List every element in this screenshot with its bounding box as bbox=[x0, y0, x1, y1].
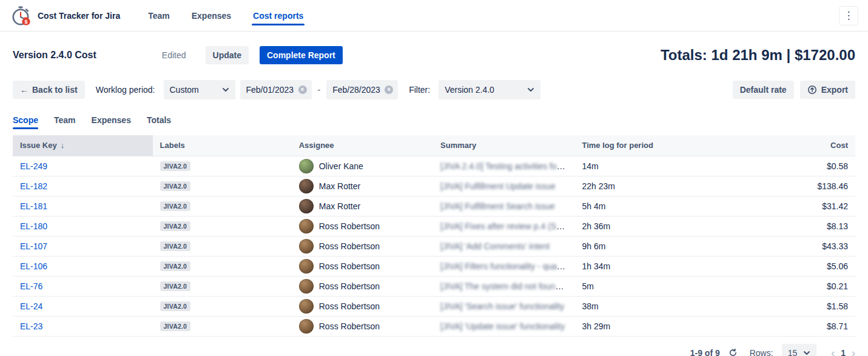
more-actions-button[interactable]: ⋮ bbox=[839, 6, 858, 25]
back-to-list-button[interactable]: ← Back to list bbox=[13, 81, 85, 99]
issue-key-link[interactable]: EL-182 bbox=[20, 181, 47, 191]
issue-key-link[interactable]: EL-24 bbox=[20, 301, 42, 311]
clear-date-to-icon[interactable]: × bbox=[385, 86, 393, 94]
label-badge: JIVA2.0 bbox=[160, 321, 191, 331]
row-range-text: 1-9 of 9 bbox=[690, 348, 720, 356]
cost-value: $43.33 bbox=[756, 236, 855, 256]
report-subtabs: ScopeTeamExpensesTotals bbox=[0, 115, 868, 129]
date-from-field[interactable]: Feb/01/2023 × bbox=[240, 80, 312, 99]
cost-value: $138.46 bbox=[756, 176, 855, 196]
current-page-number[interactable]: 1 bbox=[841, 348, 846, 356]
complete-report-button[interactable]: Complete Report bbox=[260, 46, 343, 64]
back-to-list-label: Back to list bbox=[32, 85, 78, 95]
svg-text:$: $ bbox=[24, 18, 27, 24]
export-button[interactable]: Export bbox=[800, 81, 855, 99]
avatar bbox=[299, 199, 314, 213]
avatar bbox=[299, 319, 314, 334]
time-log-value: 9h 6m bbox=[574, 236, 756, 256]
assignee-name: Max Rotter bbox=[319, 201, 360, 211]
filter-select[interactable]: Version 2.4.0 bbox=[439, 80, 540, 99]
avatar bbox=[299, 159, 314, 173]
app-title: Cost Tracker for Jira bbox=[38, 11, 120, 21]
update-button[interactable]: Update bbox=[206, 46, 249, 64]
rows-per-page-select[interactable]: 15 bbox=[782, 344, 817, 356]
tab-team[interactable]: Team bbox=[54, 115, 76, 129]
issue-key-link[interactable]: EL-249 bbox=[20, 161, 47, 171]
issue-key-link[interactable]: EL-181 bbox=[20, 201, 47, 211]
rows-per-page-label: Rows: bbox=[750, 348, 773, 356]
column-header-time-log-for-period[interactable]: Time log for period bbox=[574, 135, 756, 156]
label-badge: JIVA2.0 bbox=[160, 181, 191, 191]
page-title: Version 2.4.0 Cost bbox=[13, 50, 96, 61]
assignee-name: Ross Robertson bbox=[319, 221, 380, 231]
table-row: EL-107JIVA2.0Ross Robertson[JIVA] 'Add C… bbox=[13, 236, 855, 256]
label-badge: JIVA2.0 bbox=[160, 241, 191, 251]
nav-item-team[interactable]: Team bbox=[147, 0, 171, 31]
chevron-down-icon bbox=[802, 348, 812, 356]
issue-key-link[interactable]: EL-180 bbox=[20, 221, 47, 231]
summary-text: [JIVA] Fixes after review p.4 (Sprint 17… bbox=[440, 221, 574, 231]
kebab-icon: ⋮ bbox=[844, 9, 854, 22]
filter-label: Filter: bbox=[409, 85, 430, 95]
prev-page-button[interactable]: ‹ bbox=[831, 348, 835, 356]
app-brand: $ Cost Tracker for Jira bbox=[10, 0, 120, 31]
summary-text: [JIVA] 'Add Comments' intent bbox=[440, 241, 550, 251]
avatar bbox=[299, 279, 314, 294]
table-row: EL-23JIVA2.0Ross Robertson[JIVA] 'Update… bbox=[13, 316, 855, 336]
table-row: EL-182JIVA2.0Max Rotter[JIVA] Fulfillmen… bbox=[13, 176, 855, 196]
filter-value: Version 2.4.0 bbox=[445, 85, 494, 95]
time-log-value: 5m bbox=[574, 276, 756, 296]
assignee-name: Oliver Kane bbox=[319, 161, 363, 171]
column-header-labels[interactable]: Labels bbox=[153, 135, 292, 156]
tab-totals[interactable]: Totals bbox=[147, 115, 171, 129]
avatar bbox=[299, 179, 314, 193]
summary-text: [JIVA] 'Update issue' functionality bbox=[440, 321, 565, 331]
time-log-value: 1h 34m bbox=[574, 256, 756, 276]
time-log-value: 38m bbox=[574, 296, 756, 316]
report-toolbar: ← Back to list Worklog period: Custom Fe… bbox=[0, 80, 868, 99]
date-range-separator: - bbox=[318, 85, 321, 95]
table-row: EL-249JIVA2.0Oliver Kane[JIVA 2.4.0] Tes… bbox=[13, 156, 855, 176]
summary-text: [JIVA] Fulfillment Update issue bbox=[440, 181, 556, 191]
column-header-summary[interactable]: Summary bbox=[433, 135, 574, 156]
column-header-assignee[interactable]: Assignee bbox=[292, 135, 433, 156]
label-badge: JIVA2.0 bbox=[160, 301, 191, 311]
default-rate-button[interactable]: Default rate bbox=[733, 81, 794, 99]
refresh-icon[interactable] bbox=[728, 348, 738, 356]
date-to-field[interactable]: Feb/28/2023 × bbox=[326, 80, 398, 99]
column-header-issue-key[interactable]: Issue Key↓ bbox=[13, 135, 153, 156]
time-log-value: 2h 36m bbox=[574, 216, 756, 236]
nav-item-cost-reports[interactable]: Cost reports bbox=[252, 0, 304, 31]
time-log-value: 5h 4m bbox=[574, 196, 756, 216]
cost-value: $0.21 bbox=[756, 276, 855, 296]
time-log-value: 14m bbox=[574, 156, 756, 176]
time-log-value: 3h 29m bbox=[574, 316, 756, 336]
report-header: Version 2.4.0 Cost Edited Update Complet… bbox=[0, 32, 868, 64]
column-header-cost[interactable]: Cost bbox=[756, 135, 855, 156]
app-logo-stopwatch-icon: $ bbox=[10, 5, 32, 27]
label-badge: JIVA2.0 bbox=[160, 281, 191, 291]
rows-per-page-value: 15 bbox=[788, 348, 798, 356]
tab-scope[interactable]: Scope bbox=[13, 115, 38, 129]
sort-desc-icon: ↓ bbox=[61, 141, 65, 150]
issue-key-link[interactable]: EL-107 bbox=[20, 241, 47, 251]
issue-key-link[interactable]: EL-23 bbox=[20, 321, 42, 331]
tab-expenses[interactable]: Expenses bbox=[92, 115, 131, 129]
cost-value: $31.42 bbox=[756, 196, 855, 216]
clear-date-from-icon[interactable]: × bbox=[298, 86, 307, 94]
export-label: Export bbox=[821, 85, 848, 95]
table-body: EL-249JIVA2.0Oliver Kane[JIVA 2.4.0] Tes… bbox=[13, 156, 855, 336]
issue-key-link[interactable]: EL-76 bbox=[20, 281, 42, 291]
table-row: EL-106JIVA2.0Ross Robertson[JIVA] Filter… bbox=[13, 256, 855, 276]
worklog-period-select[interactable]: Custom bbox=[164, 80, 235, 99]
nav-item-expenses[interactable]: Expenses bbox=[190, 0, 232, 31]
issue-key-link[interactable]: EL-106 bbox=[20, 261, 47, 271]
worklog-period-label: Worklog period: bbox=[96, 85, 155, 95]
assignee-name: Ross Robertson bbox=[319, 261, 380, 271]
table-row: EL-180JIVA2.0Ross Robertson[JIVA] Fixes … bbox=[13, 216, 855, 236]
worklog-period-value: Custom bbox=[170, 85, 199, 95]
column-header-label: Issue Key bbox=[20, 141, 57, 150]
avatar bbox=[299, 259, 314, 274]
next-page-button[interactable]: › bbox=[852, 348, 855, 356]
table-row: EL-181JIVA2.0Max Rotter[JIVA] Fulfillmen… bbox=[13, 196, 855, 216]
